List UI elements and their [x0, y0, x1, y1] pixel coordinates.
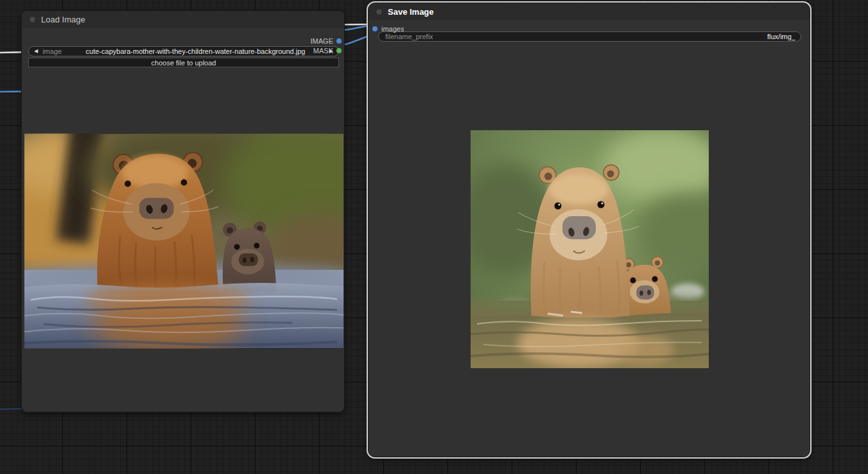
save-image-preview [471, 130, 709, 368]
image-widget-value: cute-capybara-mother-with-they-children-… [62, 48, 329, 55]
output-slot-image[interactable]: IMAGE [311, 37, 344, 46]
capybara-photo-landscape [24, 133, 343, 349]
input-label-images: images [381, 25, 404, 33]
capybara-photo-square [471, 130, 709, 368]
node-graph-canvas[interactable]: Load Image IMAGE MASK ◀ image cute-capyb… [0, 0, 868, 474]
filename-prefix-widget[interactable]: filename_prefix flux/img_ [378, 31, 801, 42]
input-dot-images-icon[interactable] [372, 26, 378, 31]
save-image-titlebar[interactable]: Save Image [369, 3, 810, 20]
output-label-mask: MASK [313, 47, 333, 55]
choose-file-button[interactable]: choose file to upload [28, 58, 339, 67]
image-combo-widget[interactable]: ◀ image cute-capybara-mother-with-they-c… [28, 46, 339, 56]
output-label-image: IMAGE [311, 37, 333, 45]
node-title: Save Image [388, 7, 434, 17]
prev-arrow-icon[interactable]: ◀ [34, 49, 38, 54]
filename-prefix-value: flux/img_ [433, 33, 795, 40]
filename-prefix-label: filename_prefix [385, 33, 433, 40]
collapse-dot-icon[interactable] [376, 9, 382, 15]
node-load-image[interactable]: Load Image IMAGE MASK ◀ image cute-capyb… [21, 10, 345, 412]
output-slot-mask[interactable]: MASK [313, 46, 344, 55]
load-image-preview [24, 133, 343, 349]
image-widget-label: image [42, 48, 62, 55]
load-image-titlebar[interactable]: Load Image [22, 11, 344, 28]
collapse-dot-icon[interactable] [30, 17, 35, 22]
node-title: Load Image [41, 15, 85, 24]
input-slot-images[interactable]: images [369, 24, 404, 33]
output-dot-image-icon[interactable] [336, 38, 342, 44]
output-dot-mask-icon[interactable] [336, 48, 342, 53]
node-save-image[interactable]: Save Image images filename_prefix flux/i… [368, 3, 810, 457]
